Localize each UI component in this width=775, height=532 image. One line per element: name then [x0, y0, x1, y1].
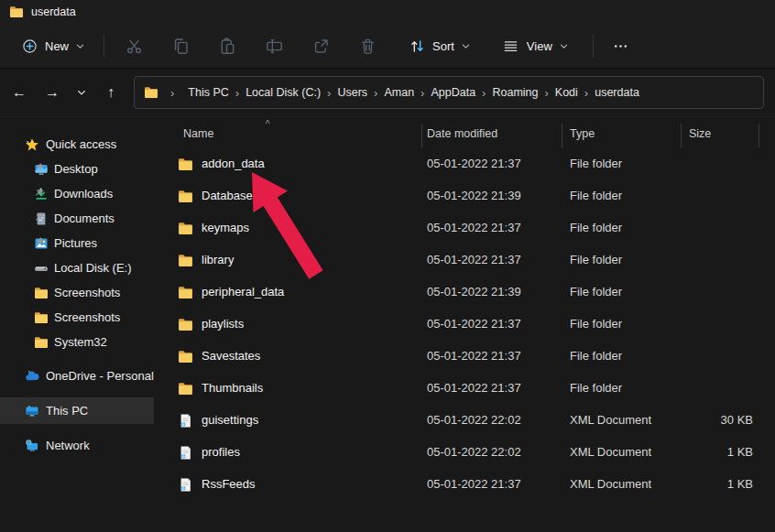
file-date-modified: 05-01-2022 21:37	[427, 157, 521, 170]
folder-icon	[9, 5, 24, 19]
sidebar-item-local-disk-e[interactable]: Local Disk (E:)	[0, 255, 154, 280]
file-row-savestates[interactable]: Savestates 05-01-2022 21:37 File folder	[154, 341, 775, 373]
new-button[interactable]: New	[11, 31, 94, 60]
view-icon	[502, 37, 520, 55]
file-row-peripheral-data[interactable]: peripheral_data 05-01-2022 21:39 File fo…	[154, 277, 775, 309]
sidebar-item-documents[interactable]: Documents	[0, 206, 154, 231]
breadcrumb-separator[interactable]: ›	[584, 86, 588, 100]
breadcrumb-separator[interactable]: ›	[420, 86, 424, 100]
sidebar-item-pictures[interactable]: Pictures	[0, 231, 154, 255]
file-name: Database	[202, 189, 253, 202]
sidebar-item-desktop[interactable]: Desktop	[0, 157, 154, 181]
column-header-size[interactable]: Size	[689, 127, 711, 140]
star-icon	[25, 137, 39, 152]
pin-icon	[34, 162, 49, 177]
file-row-rssfeeds[interactable]: RssFeeds 05-01-2022 21:37 XML Document 1…	[154, 469, 775, 501]
sidebar-item-system32[interactable]: System32	[0, 330, 154, 354]
thispc-icon	[25, 404, 39, 418]
column-resize-handle[interactable]	[562, 124, 562, 147]
breadcrumb-separator[interactable]: ›	[327, 86, 331, 100]
pin-icon	[34, 236, 49, 251]
breadcrumb: This PC›Local Disk (C:)›Users›Aman›AppDa…	[186, 84, 641, 101]
folder-icon	[178, 285, 193, 300]
file-size: 1 KB	[630, 445, 753, 459]
address-folder-icon	[144, 85, 158, 100]
sidebar-item-network[interactable]: Network	[0, 432, 154, 459]
file-name: Savestates	[202, 349, 260, 363]
paste-icon[interactable]	[218, 37, 236, 55]
column-header-date-modified[interactable]: Date modified	[427, 127, 497, 140]
breadcrumb-separator[interactable]: ›	[170, 86, 174, 100]
toolbar-divider	[593, 34, 594, 58]
file-date-modified: 05-01-2022 22:02	[427, 413, 521, 427]
sidebar-item-screenshots[interactable]: Screenshots	[0, 280, 154, 305]
up-button[interactable]: ↑	[97, 79, 125, 106]
file-type: File folder	[570, 189, 622, 202]
file-date-modified: 05-01-2022 22:02	[427, 445, 521, 459]
rename-icon[interactable]	[265, 37, 283, 55]
breadcrumb-item-userdata[interactable]: userdata	[593, 84, 641, 101]
breadcrumb-item-local-disk-c[interactable]: Local Disk (C:)	[244, 84, 322, 101]
sort-button[interactable]: Sort	[398, 31, 480, 60]
breadcrumb-item-this-pc[interactable]: This PC	[186, 84, 230, 101]
copy-icon[interactable]	[171, 37, 190, 55]
sidebar-item-quick-access[interactable]: Quick access	[0, 132, 154, 157]
main-area: Quick access Desktop Downloads Documents…	[0, 117, 775, 532]
xml-file-icon	[178, 413, 193, 429]
breadcrumb-item-appdata[interactable]: AppData	[429, 84, 477, 101]
sidebar-item-screenshots[interactable]: Screenshots	[0, 305, 154, 330]
more-icon	[612, 37, 630, 55]
delete-icon[interactable]	[358, 37, 377, 55]
column-resize-handle[interactable]	[681, 124, 682, 147]
file-name: Thumbnails	[202, 381, 263, 395]
breadcrumb-item-aman[interactable]: Aman	[382, 84, 416, 101]
column-header-type[interactable]: Type	[570, 127, 595, 140]
file-type: File folder	[570, 253, 622, 266]
toolbar-divider	[104, 34, 104, 58]
breadcrumb-item-roaming[interactable]: Roaming	[490, 84, 540, 101]
sort-icon	[408, 37, 426, 55]
file-date-modified: 05-01-2022 21:39	[427, 189, 521, 202]
share-icon[interactable]	[311, 37, 330, 55]
pin-icon	[34, 212, 49, 226]
breadcrumb-separator[interactable]: ›	[544, 86, 548, 100]
breadcrumb-item-users[interactable]: Users	[335, 84, 369, 101]
sidebar-list: Quick access Desktop Downloads Documents…	[0, 132, 154, 459]
column-resize-handle[interactable]	[421, 124, 422, 147]
column-resize-handle[interactable]	[759, 124, 759, 147]
back-button[interactable]: ←	[5, 79, 33, 106]
file-name: peripheral_data	[202, 285, 284, 299]
breadcrumb-separator[interactable]: ›	[235, 86, 239, 100]
recent-locations-button[interactable]	[71, 79, 92, 106]
address-bar[interactable]: › This PC›Local Disk (C:)›Users›Aman›App…	[134, 76, 764, 109]
file-row-profiles[interactable]: profiles 05-01-2022 22:02 XML Document 1…	[154, 437, 775, 469]
column-header-name[interactable]: Name	[183, 127, 213, 140]
sidebar-item-onedrive-personal[interactable]: OneDrive - Personal	[0, 363, 154, 389]
sidebar-item-this-pc[interactable]: This PC	[0, 397, 154, 424]
file-row-library[interactable]: library 05-01-2022 21:37 File folder	[154, 244, 775, 277]
file-row-database[interactable]: Database 05-01-2022 21:39 File folder	[154, 180, 775, 212]
sidebar-item-downloads[interactable]: Downloads	[0, 181, 154, 206]
file-list-pane: ^ Name Date modified Type Size addon_dat…	[154, 117, 775, 532]
view-button-label: View	[527, 39, 552, 53]
breadcrumb-separator[interactable]: ›	[482, 86, 486, 100]
folder-icon	[178, 221, 193, 236]
chevron-down-icon	[559, 41, 569, 51]
forward-button[interactable]: →	[38, 79, 66, 106]
view-button[interactable]: View	[493, 31, 578, 60]
xml-file-icon	[178, 445, 193, 461]
breadcrumb-item-kodi[interactable]: Kodi	[553, 84, 580, 101]
breadcrumb-separator[interactable]: ›	[374, 86, 377, 100]
file-row-guisettings[interactable]: guisettings 05-01-2022 22:02 XML Documen…	[154, 405, 775, 437]
file-row-keymaps[interactable]: keymaps 05-01-2022 21:37 File folder	[154, 212, 775, 244]
file-row-playlists[interactable]: playlists 05-01-2022 21:37 File folder	[154, 309, 775, 341]
file-name: profiles	[202, 445, 240, 459]
xml-file-icon	[178, 477, 193, 493]
folder-icon	[178, 253, 193, 268]
more-options-button[interactable]	[603, 31, 639, 60]
file-row-addon-data[interactable]: addon_data 05-01-2022 21:37 File folder	[154, 148, 775, 180]
folder-icon	[178, 157, 193, 172]
cut-icon[interactable]	[125, 37, 143, 55]
file-row-thumbnails[interactable]: Thumbnails 05-01-2022 21:37 File folder	[154, 373, 775, 405]
file-type: File folder	[570, 381, 622, 395]
